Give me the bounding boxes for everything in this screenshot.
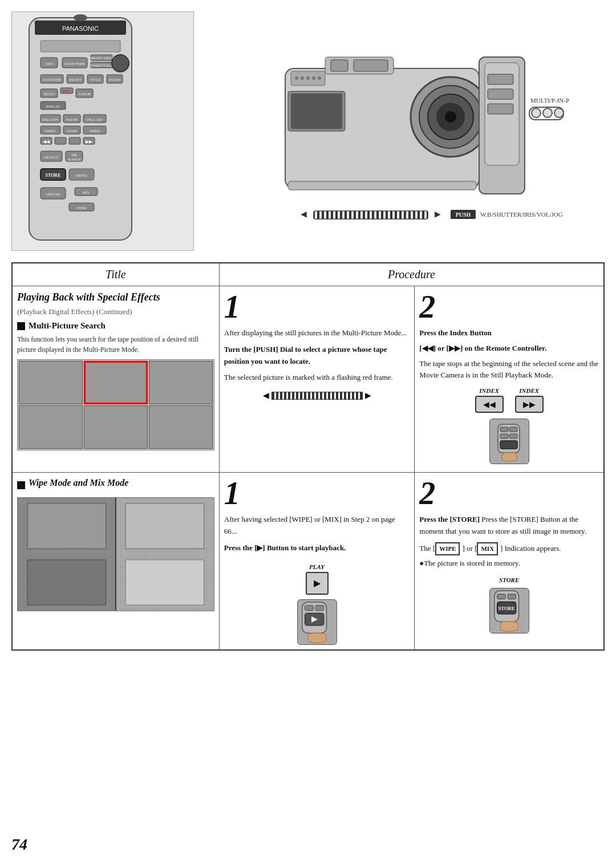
svg-point-98 (543, 108, 552, 117)
row1-step2-left-btn: ◀◀ (422, 344, 433, 352)
svg-rect-82 (488, 89, 513, 99)
svg-point-75 (301, 76, 304, 80)
store-btn-illustration: STORE (419, 576, 599, 583)
row1-step2-bracket-text: [◀◀] or [▶▶] on the Remote Controller. (419, 343, 599, 355)
index-buttons-illustration: INDEX ◀◀ INDEX ▶▶ (419, 387, 599, 413)
thumb-2-highlighted (84, 361, 148, 404)
svg-text:OFF/ON: OFF/ON (46, 192, 60, 197)
black-square-icon (17, 322, 25, 330)
row2-step2-text1: Press the [STORE] Press the [STORE] Butt… (419, 514, 599, 538)
header-title: Title (100, 262, 132, 286)
tape-bar (271, 392, 363, 400)
play-hand-illustration: ▶ (297, 599, 337, 645)
svg-text:STORE: STORE (498, 606, 515, 611)
svg-rect-106 (500, 441, 517, 449)
row1-title-cell: Playing Back with Special Effects (Playb… (12, 286, 219, 473)
header-title-cell: Title (12, 263, 219, 286)
row1-step2-text1: Press the Index Button (419, 327, 599, 339)
svg-text:PAUSE: PAUSE (66, 117, 78, 122)
svg-rect-102 (500, 427, 508, 432)
svg-point-77 (312, 76, 315, 80)
index-left-button: ◀◀ (475, 396, 504, 413)
svg-text:▶: ▶ (311, 615, 317, 623)
svg-rect-122 (508, 594, 516, 599)
svg-point-74 (295, 76, 298, 80)
black-square-icon-2 (17, 481, 25, 489)
svg-text:W.PLAY: W.PLAY (46, 104, 60, 109)
row1-step2-right-btn: ▶▶ (449, 344, 460, 352)
svg-point-76 (306, 76, 310, 80)
svg-text:RET: RET (83, 191, 90, 194)
top-section: PANASONIC OSD DATE/TIME PHOTO SHOT START… (11, 11, 605, 257)
row1-subsection-label: Multi-Picture Search (29, 321, 106, 331)
svg-rect-105 (509, 434, 517, 438)
svg-rect-71 (331, 60, 348, 71)
svg-text:A.DUB: A.DUB (78, 92, 91, 96)
index-right-group: INDEX ▶▶ (515, 387, 544, 413)
row2-step2-cell: 2 Press the [STORE] Press the [STORE] Bu… (415, 473, 604, 650)
svg-point-12 (112, 55, 129, 72)
svg-rect-116 (305, 605, 313, 610)
svg-rect-112 (27, 560, 106, 605)
thumb-5 (84, 405, 148, 449)
svg-point-97 (532, 108, 541, 117)
camera-area: ◀ ▶ PUSH W.B/SHUTTER/IRIS/VOL/JOG MULTI/… (205, 11, 605, 257)
svg-rect-121 (497, 594, 505, 599)
page-number: 74 (11, 835, 27, 854)
svg-text:DATE/TIME: DATE/TIME (64, 62, 86, 66)
main-table: Title Procedure Playing Back with Specia… (11, 262, 605, 651)
svg-rect-86 (288, 181, 476, 190)
svg-rect-114 (125, 560, 204, 605)
header-procedure-cell: Procedure (219, 263, 604, 286)
svg-point-62 (74, 14, 87, 21)
svg-text:SEARCH: SEARCH (67, 158, 81, 161)
play-btn-illustration: PLAY ▶ (224, 563, 410, 595)
svg-text:MENU: MENU (76, 173, 88, 178)
svg-rect-104 (500, 434, 508, 438)
row1-step1-text1: After displaying the still pictures in t… (224, 327, 410, 339)
svg-rect-113 (125, 503, 204, 549)
remote-svg: PANASONIC OSD DATE/TIME PHOTO SHOT START… (12, 12, 189, 249)
svg-text:SELECT: SELECT (44, 155, 59, 160)
index-right-button: ▶▶ (515, 396, 544, 413)
play-button-icon: ▶ (306, 572, 329, 595)
svg-rect-88 (314, 211, 428, 219)
thumb-6 (149, 405, 213, 449)
row2-step1-text2: Press the [▶] Button to start playback. (224, 542, 410, 554)
row1-step1-cell: 1 After displaying the still pictures in… (219, 286, 415, 473)
thumb-3 (149, 361, 213, 404)
svg-text:TITLE: TITLE (90, 78, 100, 82)
remote-hand-illustration (489, 419, 529, 464)
svg-text:W.B/SHUTTER/IRIS/VOL/JOG: W.B/SHUTTER/IRIS/VOL/JOG (480, 211, 563, 218)
svg-text:◀: ◀ (301, 210, 307, 218)
play-label: PLAY (224, 563, 410, 570)
svg-rect-83 (488, 104, 513, 114)
remote-hand-svg (492, 421, 526, 461)
row2-step1-text1: After having selected [WIPE] or [MIX] in… (224, 514, 410, 538)
svg-text:PHOTO SHOT: PHOTO SHOT (89, 56, 114, 60)
svg-text:RESET: RESET (69, 78, 82, 82)
row1-step2-number: 2 (419, 291, 599, 323)
svg-text:MULTI/P-IN-P: MULTI/P-IN-P (530, 97, 569, 104)
svg-text:ITEM: ITEM (76, 206, 87, 210)
row2-step1-number: 1 (224, 477, 410, 509)
svg-point-68 (445, 111, 456, 123)
svg-text:START/STOP: START/STOP (90, 63, 113, 68)
svg-text:COUNTER: COUNTER (42, 78, 61, 82)
svg-text:STORE: STORE (46, 173, 61, 178)
svg-text:▶: ▶ (435, 210, 441, 218)
play-hand-svg: ▶ (298, 599, 337, 645)
svg-text:◀◀: ◀◀ (43, 139, 50, 144)
row2-step2-text3: ●The picture is stored in memory. (419, 558, 599, 570)
svg-rect-85 (291, 94, 342, 129)
svg-text:MULTI: MULTI (44, 92, 54, 96)
arrow-right-icon: ▶ (365, 391, 371, 400)
svg-rect-72 (354, 60, 388, 71)
svg-rect-3 (40, 40, 120, 52)
wipe-mode-image (17, 497, 214, 611)
row2-step2-text2: The [WIPE] or [MIX] Indication appears. (419, 542, 599, 556)
mix-badge: MIX (477, 542, 498, 556)
svg-point-78 (318, 76, 321, 80)
svg-rect-103 (509, 427, 517, 432)
svg-rect-43 (55, 137, 66, 144)
